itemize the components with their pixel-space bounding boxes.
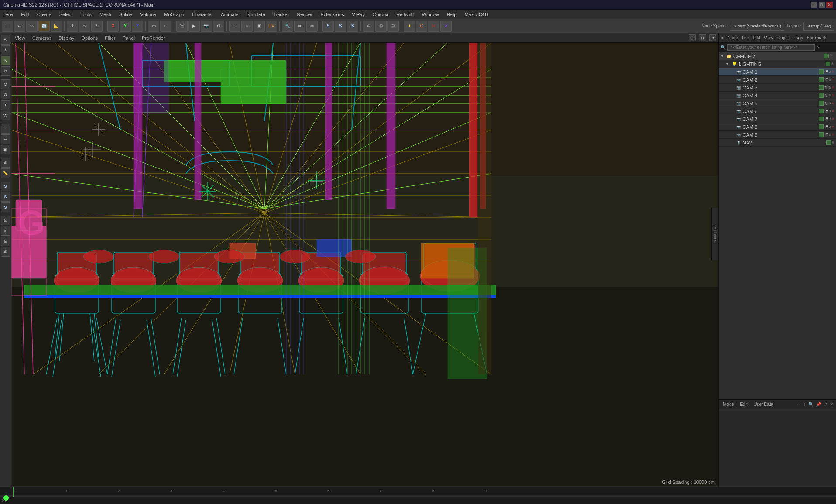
left-btn-snap[interactable]: ⊕ [1, 158, 10, 168]
left-btn-scale[interactable]: ⤡ [1, 56, 10, 65]
scene-tab-file[interactable]: File [740, 35, 750, 40]
left-btn-edge[interactable]: ━ [1, 134, 10, 144]
vp-menu-filter[interactable]: Filter [103, 34, 117, 41]
toolbar-btn-1[interactable]: ⬛ [2, 21, 13, 32]
toolbar-render-settings[interactable]: ⚙ [213, 21, 224, 32]
menu-render[interactable]: Render [293, 11, 316, 18]
search-input[interactable] [727, 44, 815, 51]
left-btn-s1[interactable]: S [1, 182, 10, 191]
toolbar-vray[interactable]: V [440, 21, 452, 32]
minimize-button[interactable]: ─ [811, 2, 817, 8]
left-btn-axis[interactable]: ⊟ [1, 237, 10, 246]
tree-check-cam6[interactable] [819, 109, 824, 113]
tree-check-lighting[interactable] [826, 62, 830, 66]
vp-btn-2[interactable]: ⊟ [699, 34, 706, 41]
menu-corona[interactable]: Corona [369, 11, 392, 18]
tree-check-cam5[interactable] [819, 101, 824, 106]
left-btn-model[interactable]: M [1, 79, 10, 89]
menu-window[interactable]: Window [418, 11, 442, 18]
tree-item-cam4[interactable]: 📷 CAM 4 🎬 ⚙ ✕ [719, 92, 836, 99]
toolbar-corona[interactable]: C [416, 21, 427, 32]
left-btn-floor[interactable]: ⊡ [1, 216, 10, 225]
vp-menu-panel[interactable]: Panel [121, 34, 137, 41]
toolbar-rotate[interactable]: ↻ [91, 21, 103, 32]
search-clear[interactable]: ✕ [816, 45, 820, 50]
viewport-canvas[interactable]: Perspective [11, 43, 718, 487]
tree-check-cam2[interactable] [819, 77, 824, 82]
left-btn-s3[interactable]: S [1, 202, 10, 212]
left-btn-object[interactable]: O [1, 90, 10, 99]
menu-select[interactable]: Select [56, 11, 76, 18]
menu-tools[interactable]: Tools [77, 11, 95, 18]
attr-tab-mode[interactable]: Mode [721, 402, 736, 407]
left-btn-point[interactable]: · [1, 124, 10, 134]
attr-close-btn[interactable]: ✕ [830, 402, 833, 407]
toolbar-render-to[interactable]: 📷 [201, 21, 212, 32]
toolbar-x[interactable]: X [107, 21, 119, 32]
vp-menu-display[interactable]: Display [57, 34, 76, 41]
menu-character[interactable]: Character [188, 11, 216, 18]
toolbar-render-region[interactable]: 🎬 [176, 21, 188, 32]
menu-animate[interactable]: Animate [217, 11, 242, 18]
menu-volume[interactable]: Volume [137, 11, 160, 18]
scene-tab-bookmark[interactable]: Bookmark [805, 35, 828, 40]
toolbar-move[interactable]: ✛ [67, 21, 78, 32]
scene-tab-edit[interactable]: Edit [751, 35, 761, 40]
toolbar-s2[interactable]: S [335, 21, 346, 32]
toolbar-points[interactable]: ·⋅· [229, 21, 240, 32]
vp-btn-1[interactable]: ⊞ [689, 34, 696, 41]
tree-check-cam1[interactable] [819, 69, 824, 74]
tree-item-lighting[interactable]: ▼ 💡 LIGHTING 👁 [719, 60, 836, 68]
attr-tab-userdata[interactable]: User Data [752, 402, 775, 407]
tree-check-cam8[interactable] [819, 124, 824, 129]
toolbar-snap2[interactable]: ⊞ [375, 21, 387, 32]
tree-item-cam5[interactable]: 📷 CAM 5 🎬 ⚙ ✕ [719, 99, 836, 107]
toolbar-s1[interactable]: S [322, 21, 334, 32]
tree-item-cam6[interactable]: 📷 CAM 6 🎬 ⚙ ✕ [719, 107, 836, 115]
layout-dropdown[interactable]: Startup (User) [803, 22, 834, 31]
left-btn-move[interactable]: ✛ [1, 45, 10, 55]
toolbar-redshift[interactable]: R [428, 21, 439, 32]
toolbar-s3[interactable]: S [347, 21, 358, 32]
toolbar-y[interactable]: Y [120, 21, 131, 32]
toolbar-select-all[interactable]: □ [160, 21, 171, 32]
toolbar-magnet[interactable]: 🔧 [282, 21, 293, 32]
menu-spline[interactable]: Spline [116, 11, 136, 18]
viewport-area[interactable]: View Cameras Display Options Filter Pane… [11, 33, 718, 487]
tree-item-cam9[interactable]: 📷 CAM 9 🎬 ⚙ ✕ [719, 131, 836, 139]
vp-menu-prorender[interactable]: ProRender [140, 34, 167, 41]
tree-item-cam8[interactable]: 📷 CAM 8 🎬 ⚙ ✕ [719, 123, 836, 131]
left-btn-rotate[interactable]: ↻ [1, 66, 10, 76]
toolbar-snap3[interactable]: ⊟ [387, 21, 399, 32]
vp-btn-3[interactable]: ⊕ [709, 34, 716, 41]
menu-mesh[interactable]: Mesh [96, 11, 115, 18]
toolbar-light1[interactable]: ☀ [404, 21, 415, 32]
close-button[interactable]: ✕ [826, 2, 833, 8]
maximize-button[interactable]: □ [819, 2, 825, 8]
attr-tab-edit[interactable]: Edit [738, 402, 749, 407]
menu-create[interactable]: Create [34, 11, 55, 18]
attr-search-btn[interactable]: 🔍 [808, 402, 813, 407]
scene-tab-object[interactable]: Object [776, 35, 791, 40]
menu-mograph[interactable]: MoGraph [161, 11, 188, 18]
attr-expand-btn[interactable]: ⤢ [824, 402, 827, 407]
left-btn-texture[interactable]: T [1, 100, 10, 110]
left-btn-extra[interactable]: ⊕ [1, 247, 10, 257]
left-btn-poly[interactable]: ▣ [1, 145, 10, 154]
menu-edit[interactable]: Edit [17, 11, 33, 18]
toolbar-polys[interactable]: ▣ [254, 21, 265, 32]
tree-item-cam2[interactable]: 📷 CAM 2 🎬 ⚙ ✕ [719, 76, 836, 84]
menu-simulate[interactable]: Simulate [243, 11, 269, 18]
attr-up-btn[interactable]: ↑ [803, 402, 805, 407]
left-btn-workplane[interactable]: W [1, 111, 10, 120]
tree-item-office2[interactable]: ▼ 📁 OFFICE 2 👁 [719, 52, 836, 60]
toolbar-brush[interactable]: ✏ [294, 21, 305, 32]
tree-item-cam3[interactable]: 📷 CAM 3 🎬 ⚙ ✕ [719, 84, 836, 92]
toolbar-snap1[interactable]: ⊕ [363, 21, 374, 32]
left-btn-s2[interactable]: S [1, 192, 10, 202]
attributes-side-tab[interactable]: Attributes [711, 208, 718, 260]
toolbar-edges[interactable]: ━ [241, 21, 253, 32]
toolbar-select-rect[interactable]: ▭ [148, 21, 159, 32]
left-btn-cursor[interactable]: ↖ [1, 35, 10, 45]
tree-check-office2[interactable] [824, 54, 829, 58]
